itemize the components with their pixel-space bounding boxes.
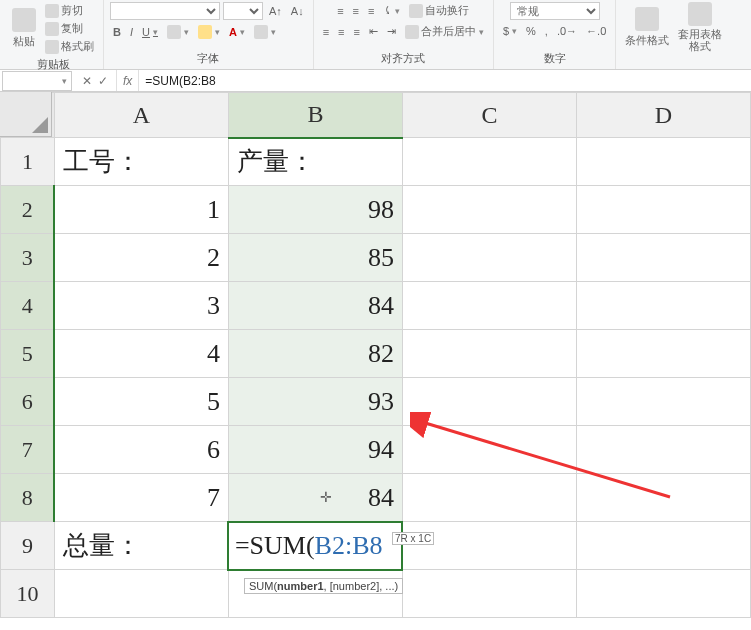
align-middle-button[interactable]: ≡ — [350, 4, 362, 18]
cell-D7[interactable] — [576, 426, 750, 474]
col-header-D[interactable]: D — [576, 93, 750, 138]
row-header-1[interactable]: 1 — [1, 138, 55, 186]
cell-B3[interactable]: 85 — [228, 234, 402, 282]
row-header-6[interactable]: 6 — [1, 378, 55, 426]
confirm-edit-button[interactable]: ✓ — [98, 74, 108, 88]
cell-A8[interactable]: 7 — [54, 474, 228, 522]
phonetic-button[interactable]: ▾ — [251, 24, 279, 40]
table-format-icon[interactable] — [688, 2, 712, 26]
align-left-button[interactable]: ≡ — [320, 25, 332, 39]
indent-increase-button[interactable]: ⇥ — [384, 24, 399, 39]
cell-D1[interactable] — [576, 138, 750, 186]
comma-button[interactable]: , — [542, 24, 551, 38]
decrease-font-button[interactable]: A↓ — [288, 4, 307, 18]
cell-D2[interactable] — [576, 186, 750, 234]
increase-font-button[interactable]: A↑ — [266, 4, 285, 18]
cell-A5[interactable]: 4 — [54, 330, 228, 378]
align-top-button[interactable]: ≡ — [334, 4, 346, 18]
cell-C4[interactable] — [402, 282, 576, 330]
cell-A7[interactable]: 6 — [54, 426, 228, 474]
percent-button[interactable]: % — [523, 24, 539, 38]
cell-C10[interactable] — [402, 570, 576, 618]
cell-B8[interactable]: 84 — [228, 474, 402, 522]
cell-B7[interactable]: 94 — [228, 426, 402, 474]
cell-C9[interactable] — [402, 522, 576, 570]
table-format-button[interactable]: 套用表格格式 — [675, 27, 725, 53]
font-size-select[interactable] — [223, 2, 263, 20]
align-bottom-button[interactable]: ≡ — [365, 4, 377, 18]
orientation-button[interactable]: ⤹▾ — [380, 3, 403, 18]
paste-icon[interactable] — [12, 8, 36, 32]
col-header-A[interactable]: A — [54, 93, 228, 138]
cell-C7[interactable] — [402, 426, 576, 474]
ribbon-group-clipboard: 粘贴 剪切 复制 格式刷 剪贴板 — [4, 0, 104, 69]
conditional-format-icon[interactable] — [635, 7, 659, 31]
cell-C2[interactable] — [402, 186, 576, 234]
cell-D6[interactable] — [576, 378, 750, 426]
bold-button[interactable]: B — [110, 25, 124, 39]
copy-button[interactable]: 复制 — [42, 20, 97, 37]
row-header-2[interactable]: 2 — [1, 186, 55, 234]
row-header-10[interactable]: 10 — [1, 570, 55, 618]
cell-C3[interactable] — [402, 234, 576, 282]
underline-button[interactable]: U▾ — [139, 25, 161, 39]
fill-color-button[interactable]: ▾ — [195, 24, 223, 40]
row-header-4[interactable]: 4 — [1, 282, 55, 330]
cell-C5[interactable] — [402, 330, 576, 378]
increase-decimal-button[interactable]: .0→ — [554, 24, 580, 38]
merge-center-button[interactable]: 合并后居中▾ — [402, 23, 487, 40]
font-name-select[interactable] — [110, 2, 220, 20]
row-header-8[interactable]: 8 — [1, 474, 55, 522]
cell-B5[interactable]: 82 — [228, 330, 402, 378]
cell-C1[interactable] — [402, 138, 576, 186]
font-color-button[interactable]: A▾ — [226, 25, 248, 39]
cell-A4[interactable]: 3 — [54, 282, 228, 330]
currency-button[interactable]: $▾ — [500, 24, 520, 38]
italic-button[interactable]: I — [127, 25, 136, 39]
row-header-7[interactable]: 7 — [1, 426, 55, 474]
formula-input[interactable] — [139, 70, 751, 91]
paste-button[interactable]: 粘贴 — [10, 33, 38, 50]
function-hint-tooltip: SUM(number1, [number2], ...) — [244, 578, 403, 594]
cell-C6[interactable] — [402, 378, 576, 426]
align-center-button[interactable]: ≡ — [335, 25, 347, 39]
phonetic-icon — [254, 25, 268, 39]
border-button[interactable]: ▾ — [164, 24, 192, 40]
cell-B9[interactable]: =SUM(B2:B8 — [228, 522, 402, 570]
cell-C8[interactable] — [402, 474, 576, 522]
cell-A2[interactable]: 1 — [54, 186, 228, 234]
row-header-3[interactable]: 3 — [1, 234, 55, 282]
fx-button[interactable]: fx — [117, 70, 139, 91]
cell-D10[interactable] — [576, 570, 750, 618]
cell-D8[interactable] — [576, 474, 750, 522]
col-header-C[interactable]: C — [402, 93, 576, 138]
name-box[interactable]: ▾ — [2, 71, 72, 91]
cell-A10[interactable] — [54, 570, 228, 618]
select-all-corner[interactable] — [0, 92, 52, 137]
cell-B4[interactable]: 84 — [228, 282, 402, 330]
col-header-B[interactable]: B — [228, 93, 402, 138]
cell-B2[interactable]: 98 — [228, 186, 402, 234]
wrap-text-button[interactable]: 自动换行 — [406, 2, 472, 19]
number-format-select[interactable]: 常规 — [510, 2, 600, 20]
align-right-button[interactable]: ≡ — [351, 25, 363, 39]
cell-D5[interactable] — [576, 330, 750, 378]
cell-D4[interactable] — [576, 282, 750, 330]
indent-decrease-button[interactable]: ⇤ — [366, 24, 381, 39]
cell-A1[interactable]: 工号： — [54, 138, 228, 186]
decrease-decimal-button[interactable]: ←.0 — [583, 24, 609, 38]
cancel-edit-button[interactable]: ✕ — [82, 74, 92, 88]
cell-A9[interactable]: 总量： — [54, 522, 228, 570]
row-header-5[interactable]: 5 — [1, 330, 55, 378]
conditional-format-button[interactable]: 条件格式 — [622, 32, 672, 49]
row-header-9[interactable]: 9 — [1, 522, 55, 570]
cell-A3[interactable]: 2 — [54, 234, 228, 282]
cell-B6[interactable]: 93 — [228, 378, 402, 426]
cell-B1[interactable]: 产量： — [228, 138, 402, 186]
cell-A6[interactable]: 5 — [54, 378, 228, 426]
format-painter-button[interactable]: 格式刷 — [42, 38, 97, 55]
cell-D9[interactable] — [576, 522, 750, 570]
spreadsheet[interactable]: A B C D 1 工号： 产量： 2 1 98 3 — [0, 92, 751, 618]
cut-button[interactable]: 剪切 — [42, 2, 97, 19]
cell-D3[interactable] — [576, 234, 750, 282]
